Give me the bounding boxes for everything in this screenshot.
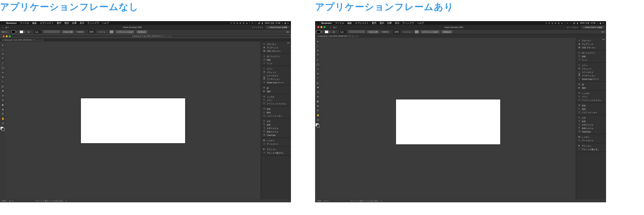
tool-button[interactable]: ✶ xyxy=(1,98,5,102)
document-tab[interactable]: × 名称未設定-3 @ 100% (RGB/GPU プレビュー) xyxy=(0,38,291,41)
tool-button[interactable]: ✶ xyxy=(316,94,320,98)
workspace-switcher[interactable]: オリジナル ▾ xyxy=(567,26,578,28)
panel-item[interactable]: ⊟線 xyxy=(261,86,291,89)
tool-button[interactable]: T xyxy=(316,53,320,57)
tool-button[interactable]: ✂ xyxy=(1,70,5,74)
volume-icon[interactable]: 🔊 xyxy=(258,22,260,24)
panel-item[interactable]: ◧レイヤー xyxy=(576,135,606,139)
minimize-icon[interactable] xyxy=(320,26,322,28)
volume-icon[interactable]: 🔊 xyxy=(573,22,575,24)
menu-effect[interactable]: 効果 xyxy=(71,22,78,25)
bluetooth-icon[interactable]: ᚼ xyxy=(564,22,565,24)
menu-view[interactable]: 表示 xyxy=(393,22,401,25)
arrange-docs-icon[interactable]: ▤ ▾ xyxy=(333,26,341,28)
graphic-style-swatch[interactable] xyxy=(415,30,419,33)
notifications-icon[interactable]: ≡ xyxy=(603,22,604,24)
opacity-input[interactable]: 100% xyxy=(88,30,95,33)
tool-button[interactable]: ◫ xyxy=(316,81,320,84)
panel-item[interactable]: ↗アセットの書き出し xyxy=(261,151,291,154)
panel-item[interactable]: ⎘CC ライブラリ xyxy=(261,55,291,58)
display-icon[interactable]: ⎚ xyxy=(252,22,253,24)
preferences-button[interactable]: 環境設定 xyxy=(136,30,147,33)
canvas[interactable] xyxy=(5,41,261,199)
panel-item[interactable]: ≡整列 xyxy=(576,107,606,111)
panel-item[interactable]: ✣シンボル xyxy=(576,91,606,95)
panel-item[interactable]: ⊟線 xyxy=(576,83,606,86)
menu-edit[interactable]: 編集 xyxy=(346,22,353,25)
status-dots-icon[interactable]: ⋯ xyxy=(255,22,256,24)
panel-item[interactable]: ◫パスファインダー xyxy=(576,111,606,114)
panel-item[interactable]: ⬛グラフィックスタイル xyxy=(261,102,291,105)
tool-button[interactable]: ✥ xyxy=(1,89,5,93)
tool-button[interactable]: ⬚ xyxy=(1,47,5,51)
tool-button[interactable]: ↻ xyxy=(316,71,320,75)
tool-button[interactable]: ✂ xyxy=(316,67,320,71)
panel-item[interactable]: ◇カラー xyxy=(576,63,606,67)
display-icon[interactable]: ⎚ xyxy=(567,22,568,24)
shield-icon[interactable]: ⬘ xyxy=(240,22,241,24)
tool-button[interactable]: ⊕ xyxy=(1,107,5,111)
panel-item[interactable]: ▭アートボード xyxy=(261,142,291,146)
artboard-nav[interactable]: ◂ ▸ ▾ xyxy=(324,200,329,202)
panel-item[interactable]: ⓄOpenType xyxy=(576,130,606,133)
status-dots-icon[interactable]: ⋯ xyxy=(570,22,572,24)
panel-item[interactable]: ◐透明 xyxy=(576,86,606,89)
minimize-icon[interactable] xyxy=(6,35,8,37)
cc-icon[interactable]: ◎ xyxy=(237,22,238,24)
tool-button[interactable]: ✋ xyxy=(316,113,320,117)
cc-icon[interactable]: ◎ xyxy=(552,22,553,24)
window-traffic-lights[interactable] xyxy=(0,35,13,37)
menu-file[interactable]: ファイル xyxy=(18,22,31,25)
zoom-level[interactable]: 100% xyxy=(317,200,322,202)
tool-button[interactable]: ⟐ xyxy=(316,76,320,80)
wifi-icon[interactable]: ▲ xyxy=(246,22,248,24)
shield-icon[interactable]: ⬘ xyxy=(555,22,556,24)
panel-item[interactable]: ✦Adobe Color テーマ xyxy=(576,77,606,81)
menu-select[interactable]: 選択 xyxy=(378,22,386,25)
panel-item[interactable]: ✎ブラシ xyxy=(261,98,291,102)
figma-icon[interactable]: ◔ xyxy=(243,22,244,24)
menu-type[interactable]: 書式 xyxy=(370,22,378,25)
home-icon[interactable]: ⌂ xyxy=(328,26,333,28)
dropbox-icon[interactable]: ⬡ xyxy=(545,22,547,24)
panel-item[interactable]: ◉アピアランス xyxy=(576,42,606,46)
panel-item[interactable]: ☰変形 xyxy=(576,104,606,107)
panel-item[interactable]: ▭アートボード xyxy=(576,139,606,142)
zoom-icon[interactable] xyxy=(324,26,325,28)
panel-item[interactable]: ⎘CC ライブラリ xyxy=(576,51,606,55)
panel-item[interactable]: ◫パスファインダー xyxy=(261,114,291,117)
document-setup-button[interactable]: ドキュメント設定 xyxy=(116,30,134,33)
panel-item[interactable]: ⬚カラーガイド xyxy=(261,74,291,77)
document-setup-button[interactable]: ドキュメント設定 xyxy=(421,30,439,33)
panel-item[interactable]: ¶段落 xyxy=(576,119,606,123)
fill-swatch[interactable] xyxy=(317,30,320,33)
menu-effect[interactable]: 効果 xyxy=(386,22,393,25)
menu-help[interactable]: ヘルプ xyxy=(100,22,110,25)
panel-item[interactable]: ✎ブラシ xyxy=(576,95,606,98)
zoom-level[interactable]: 100% xyxy=(2,200,7,202)
menu-view[interactable]: 表示 xyxy=(78,22,86,25)
artboard[interactable] xyxy=(81,98,185,143)
variable-width-profile[interactable] xyxy=(44,30,60,33)
spotlight-icon[interactable]: ⌕ xyxy=(282,22,283,24)
siri-icon[interactable]: ◉ xyxy=(600,22,601,24)
fill-swatch[interactable] xyxy=(12,30,15,33)
artboard[interactable] xyxy=(396,99,500,144)
tool-button[interactable]: ⟐ xyxy=(1,79,5,83)
panel-item[interactable]: ⬚カラーガイド xyxy=(576,70,606,74)
stroke-swatch[interactable] xyxy=(20,30,23,33)
menu-object[interactable]: オブジェクト xyxy=(353,22,370,25)
panel-item[interactable]: ⚭リンク xyxy=(261,61,291,65)
tool-button[interactable]: ▸ xyxy=(316,39,320,43)
tool-button[interactable]: ◐ xyxy=(1,103,5,106)
document-tab[interactable]: × 名称未設定-3 @ 100% (RGB/GPU プレビュー) xyxy=(315,34,606,38)
bluetooth-icon[interactable]: ᚼ xyxy=(249,22,250,24)
notifications-icon[interactable]: ≡ xyxy=(288,22,289,24)
opacity-input[interactable]: 100% xyxy=(393,30,401,33)
menu-help[interactable]: ヘルプ xyxy=(416,22,426,25)
panel-item[interactable]: ▦CSS プロパティ xyxy=(261,49,291,53)
align-to-icon[interactable]: ⊞ ▾ xyxy=(601,31,605,33)
panel-item[interactable]: ≣グラデーション xyxy=(576,74,606,77)
panel-item[interactable]: A文字 xyxy=(576,116,606,119)
fill-stroke-control[interactable] xyxy=(315,123,320,128)
